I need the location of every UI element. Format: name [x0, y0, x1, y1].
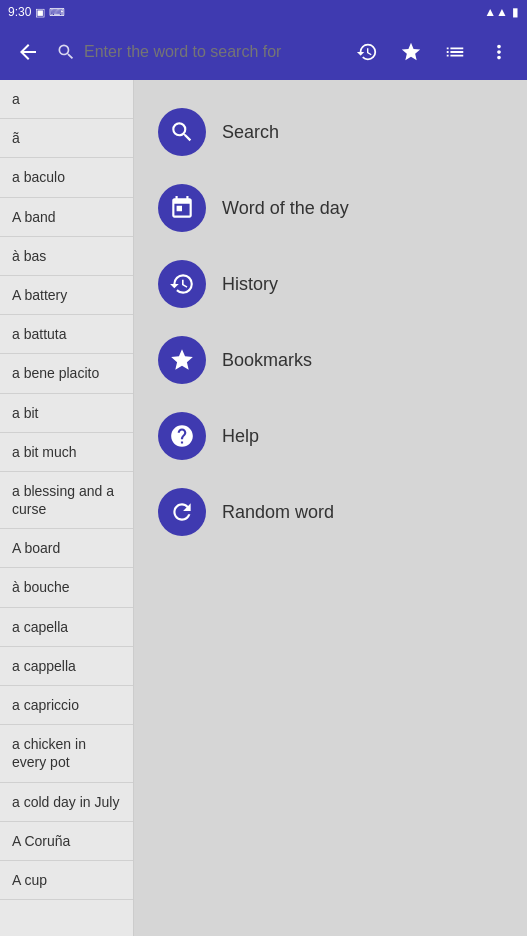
list-item[interactable]: a blessing and a curse — [0, 472, 133, 529]
menu-label-help: Help — [222, 426, 259, 447]
list-item[interactable]: a bene placito — [0, 354, 133, 393]
star-button[interactable] — [391, 32, 431, 72]
menu-item-search[interactable]: Search — [150, 96, 511, 168]
star-icon — [158, 336, 206, 384]
list-item[interactable]: a capriccio — [0, 686, 133, 725]
random-icon — [158, 488, 206, 536]
list-item[interactable]: A band — [0, 198, 133, 237]
menu-item-word-of-day[interactable]: Word of the day — [150, 172, 511, 244]
list-item[interactable]: a capella — [0, 608, 133, 647]
menu-item-bookmarks[interactable]: Bookmarks — [150, 324, 511, 396]
history-button[interactable] — [347, 32, 387, 72]
search-icon — [56, 42, 76, 62]
word-list: aãa baculoA bandà basA batterya battutaa… — [0, 80, 134, 936]
list-item[interactable]: a — [0, 80, 133, 119]
menu-item-help[interactable]: Help — [150, 400, 511, 472]
status-time-area: 9:30 ▣ ⌨ — [8, 5, 65, 19]
menu-label-bookmarks: Bookmarks — [222, 350, 312, 371]
top-bar-actions — [347, 32, 519, 72]
menu-label-word-of-day: Word of the day — [222, 198, 349, 219]
history-icon — [158, 260, 206, 308]
main-content: aãa baculoA bandà basA batterya battutaa… — [0, 80, 527, 936]
list-item[interactable]: a bit — [0, 394, 133, 433]
list-item[interactable]: A battery — [0, 276, 133, 315]
list-item[interactable]: A Coruña — [0, 822, 133, 861]
list-item[interactable]: ã — [0, 119, 133, 158]
list-item[interactable]: a chicken in every pot — [0, 725, 133, 782]
calendar-icon — [158, 184, 206, 232]
wifi-icon: ▲▲ — [484, 5, 508, 19]
list-item[interactable]: A board — [0, 529, 133, 568]
back-button[interactable] — [8, 32, 48, 72]
list-button[interactable] — [435, 32, 475, 72]
keyboard-icon: ⌨ — [49, 6, 65, 19]
list-item[interactable]: à bouche — [0, 568, 133, 607]
list-item[interactable]: a baculo — [0, 158, 133, 197]
list-item[interactable]: a battuta — [0, 315, 133, 354]
time-display: 9:30 — [8, 5, 31, 19]
search-area — [56, 42, 339, 62]
list-item[interactable]: à bas — [0, 237, 133, 276]
battery-icon: ▮ — [512, 5, 519, 19]
menu-label-history: History — [222, 274, 278, 295]
menu-panel: SearchWord of the dayHistoryBookmarksHel… — [134, 80, 527, 936]
menu-label-random: Random word — [222, 502, 334, 523]
list-item[interactable]: A cup — [0, 861, 133, 900]
list-item[interactable]: a cappella — [0, 647, 133, 686]
help-icon — [158, 412, 206, 460]
more-button[interactable] — [479, 32, 519, 72]
list-item[interactable]: a bit much — [0, 433, 133, 472]
search-input[interactable] — [84, 43, 339, 61]
menu-item-history[interactable]: History — [150, 248, 511, 320]
notification-icon: ▣ — [35, 6, 45, 19]
list-item[interactable]: a cold day in July — [0, 783, 133, 822]
menu-label-search: Search — [222, 122, 279, 143]
menu-item-random[interactable]: Random word — [150, 476, 511, 548]
status-bar: 9:30 ▣ ⌨ ▲▲ ▮ — [0, 0, 527, 24]
status-icons-area: ▲▲ ▮ — [484, 5, 519, 19]
top-bar — [0, 24, 527, 80]
search-icon — [158, 108, 206, 156]
